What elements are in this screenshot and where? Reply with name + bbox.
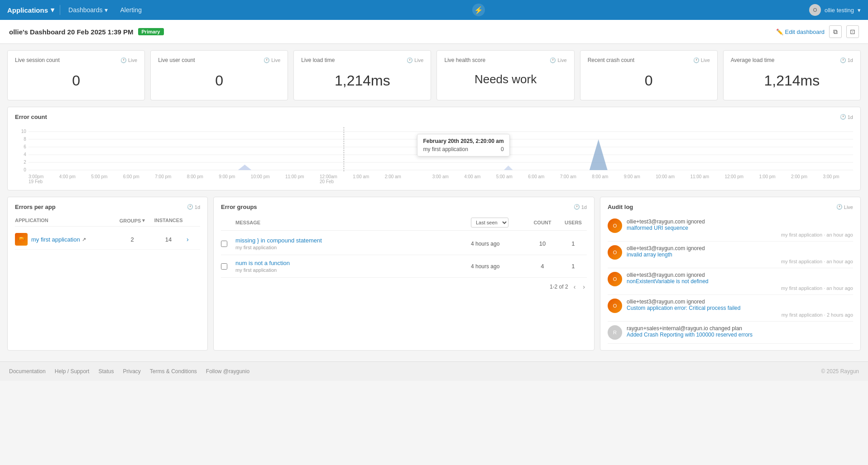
metric-card-badge-1: 🕐 Live	[264, 57, 280, 63]
audit-action-0: ollie+test3@raygun.com ignored	[627, 218, 853, 225]
error-group-message-0: missing } in compound statement my first…	[235, 237, 467, 250]
footer-status[interactable]: Status	[98, 368, 114, 375]
audit-content-0: ollie+test3@raygun.com ignored malformed…	[627, 218, 853, 237]
audit-log-badge: 🕐 Live	[836, 204, 853, 210]
error-group-checkbox-1[interactable]	[221, 263, 227, 270]
footer-help[interactable]: Help / Support	[55, 368, 90, 375]
audit-content-4: raygun+sales+internal@raygun.io changed …	[627, 325, 853, 340]
top-navigation: Applications ▾ Dashboards ▾ Alerting ⚡ O…	[0, 0, 868, 20]
app-name-cell: 🔫 my first application ↗	[15, 233, 114, 246]
audit-meta-0: my first application · an hour ago	[627, 232, 853, 237]
x-label-5: 8:00 pm	[187, 174, 203, 184]
last-seen-select[interactable]: Last seen First seen	[471, 218, 508, 228]
metric-card-value-5: 1,214ms	[731, 68, 853, 94]
audit-content-3: ollie+test3@raygun.com ignored Custom ap…	[627, 299, 853, 318]
audit-entry-2: O ollie+test3@raygun.com ignored nonExis…	[608, 268, 853, 295]
chart-title: Error count	[15, 114, 47, 120]
metric-card-title-0: Live session count	[15, 57, 60, 63]
footer-privacy[interactable]: Privacy	[123, 368, 140, 375]
svg-text:4: 4	[24, 152, 26, 157]
error-link-1[interactable]: num is not a function	[235, 260, 467, 266]
clock-icon-2: 🕐	[187, 204, 193, 210]
chart-container: 0 2 4 6 8 10 3:00pm19 Feb 4:00 pm 5:00 p…	[15, 125, 853, 184]
subheader-right: ✏️ Edit dashboard ⧉ ⊡	[776, 25, 859, 38]
x-label-15: 5:00 am	[496, 174, 513, 184]
alerting-menu[interactable]: Alerting	[114, 0, 148, 20]
tooltip-date: February 20th 2025, 2:20:00 am	[423, 138, 504, 144]
metric-card-badge-5: 🕐 1d	[840, 57, 853, 63]
clock-icon-3: 🕐	[574, 204, 580, 210]
tooltip-app: my first application	[423, 146, 468, 152]
audit-meta-2: my first application · an hour ago	[627, 285, 853, 291]
audit-link-4[interactable]: Added Crash Reporting with 100000 reserv…	[627, 332, 853, 338]
metric-cards: Live session count 🕐 Live 0 Live user co…	[7, 50, 861, 100]
audit-link-3[interactable]: Custom application error: Critical proce…	[627, 305, 853, 311]
audit-avatar-1: O	[608, 245, 622, 260]
errors-per-app-badge: 🕐 1d	[187, 204, 200, 210]
pagination-prev[interactable]: ‹	[572, 282, 578, 291]
external-link-icon: ↗	[82, 237, 86, 242]
applications-label: Applications	[7, 6, 48, 14]
audit-avatar-2: O	[608, 272, 622, 286]
svg-text:0: 0	[24, 167, 26, 172]
x-label-22: 12:00 pm	[724, 174, 743, 184]
footer-documentation[interactable]: Documentation	[9, 368, 46, 375]
error-link-0[interactable]: missing } in compound statement	[235, 237, 467, 244]
subheader: ollie's Dashboard 20 Feb 2025 1:39 PM Pr…	[0, 20, 868, 44]
x-label-2: 5:00 pm	[91, 174, 107, 184]
metric-card-header-1: Live user count 🕐 Live	[158, 57, 280, 63]
error-groups-table-header: Message Last seen First seen Count Users	[221, 215, 587, 231]
metric-card-badge-0: 🕐 Live	[120, 57, 137, 63]
metric-card-title-1: Live user count	[158, 57, 195, 63]
metric-card-4: Recent crash count 🕐 Live 0	[580, 50, 718, 100]
error-count-chart-section: Error count 🕐 1d 0 2 4 6 8 10	[7, 107, 861, 190]
error-group-message-1: num is not a function my first applicati…	[235, 260, 467, 273]
app-link[interactable]: my first application ↗	[31, 236, 86, 243]
sort-caret-icon: ▾	[142, 218, 145, 223]
chart-tooltip: February 20th 2025, 2:20:00 am my first …	[417, 134, 509, 157]
audit-link-1[interactable]: invalid array length	[627, 251, 853, 258]
audit-entry-4: R raygun+sales+internal@raygun.io change…	[608, 322, 853, 344]
metric-card-header-4: Recent crash count 🕐 Live	[588, 57, 710, 63]
audit-link-2[interactable]: nonExistentVariable is not defined	[627, 278, 853, 285]
metric-card-value-3: Needs work	[444, 68, 566, 91]
fullscreen-button[interactable]: ⊡	[846, 25, 859, 38]
footer: Documentation Help / Support Status Priv…	[0, 361, 868, 381]
audit-meta-1: my first application · an hour ago	[627, 259, 853, 264]
error-groups-header: Error groups 🕐 1d	[221, 204, 587, 210]
metric-card-header-2: Live load time 🕐 Live	[301, 57, 423, 63]
audit-avatar-3: O	[608, 299, 622, 313]
audit-avatar-4: R	[608, 325, 622, 340]
audit-log-header: Audit log 🕐 Live	[608, 204, 853, 210]
subheader-left: ollie's Dashboard 20 Feb 2025 1:39 PM Pr…	[9, 28, 164, 36]
x-label-13: 3:00 am	[432, 174, 449, 184]
metric-card-header-0: Live session count 🕐 Live	[15, 57, 137, 63]
x-label-8: 11:00 pm	[285, 174, 304, 184]
dashboard-title: ollie's Dashboard 20 Feb 2025 1:39 PM	[9, 28, 134, 36]
audit-link-0[interactable]: malformed URI sequence	[627, 225, 853, 231]
metric-card-header-5: Average load time 🕐 1d	[731, 57, 853, 63]
footer-terms[interactable]: Terms & Conditions	[150, 368, 197, 375]
x-label-0: 3:00pm19 Feb	[29, 174, 43, 184]
applications-menu[interactable]: Applications ▾	[7, 6, 54, 14]
duplicate-button[interactable]: ⧉	[829, 25, 842, 38]
footer-copyright: © 2025 Raygun	[821, 368, 859, 375]
row-arrow[interactable]: ›	[187, 236, 200, 243]
footer-follow[interactable]: Follow @raygunio	[206, 368, 249, 375]
edit-dashboard-button[interactable]: ✏️ Edit dashboard	[776, 28, 825, 35]
x-label-3: 6:00 pm	[123, 174, 139, 184]
error-group-row: missing } in compound statement my first…	[221, 232, 587, 255]
x-label-16: 6:00 am	[528, 174, 544, 184]
svg-text:2: 2	[24, 160, 26, 165]
user-menu[interactable]: O ollie testing ▾	[809, 4, 861, 16]
x-label-17: 7:00 am	[560, 174, 576, 184]
copy-icon: ⧉	[833, 28, 838, 36]
tooltip-count: 0	[501, 146, 504, 152]
dashboards-menu[interactable]: Dashboards ▾	[62, 0, 114, 20]
svg-marker-15	[504, 166, 513, 170]
applications-caret: ▾	[51, 6, 54, 14]
bottom-panels: Errors per app 🕐 1d Application Groups ▾…	[7, 197, 861, 351]
error-group-checkbox-0[interactable]	[221, 241, 227, 247]
groups-sort-header[interactable]: Groups ▾	[114, 218, 150, 223]
pagination-next[interactable]: ›	[581, 282, 587, 291]
